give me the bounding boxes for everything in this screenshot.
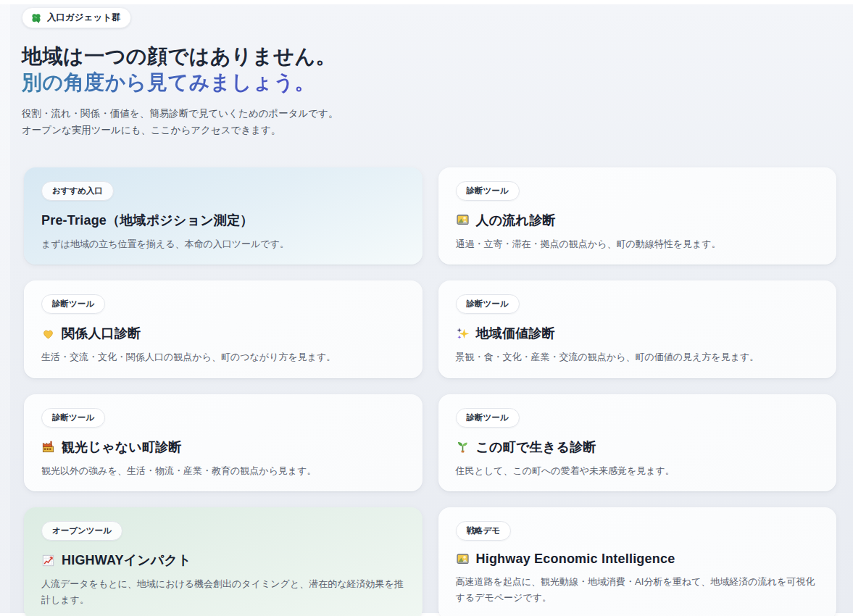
card-badge: オープンツール xyxy=(41,521,122,541)
card-title: 地域価値診断 xyxy=(476,325,555,342)
card-title: Pre-Triage（地域ポジション測定） xyxy=(41,212,253,229)
section-badge-label: 入口ガジェット群 xyxy=(47,12,120,24)
heart-icon xyxy=(41,327,55,341)
card-description: 人流データをもとに、地域における機会創出のタイミングと、潜在的な経済効果を推計し… xyxy=(41,576,405,607)
factory-icon xyxy=(41,440,55,454)
page-title-line2: 別の角度から見てみましょう。 xyxy=(22,71,315,93)
sparkles-icon xyxy=(456,327,470,341)
card-non-tourism-town[interactable]: 診断ツール 観光じゃない町診断 観光以外の強みを、生活・物流・産業・教育の観点か… xyxy=(24,394,423,491)
card-badge: 診断ツール xyxy=(41,294,105,314)
card-living-in-town[interactable]: 診断ツール この町で生きる診断 住民として、この町への愛着や未来感覚を見ます。 xyxy=(438,394,837,491)
section-badge: 入口ガジェット群 xyxy=(22,7,131,28)
page-subtitle-line2: オープンな実用ツールにも、ここからアクセスできます。 xyxy=(22,125,280,136)
card-badge: 戦略デモ xyxy=(456,521,512,541)
card-title: Highway Economic Intelligence xyxy=(476,552,675,567)
sunrise-icon xyxy=(456,213,470,227)
card-description: 住民として、この町への愛着や未来感覚を見ます。 xyxy=(456,463,820,478)
card-related-population[interactable]: 診断ツール 関係人口診断 生活・交流・文化・関係人口の観点から、町のつながり方を… xyxy=(24,280,423,378)
chart-increasing-icon xyxy=(41,554,55,567)
page-subtitle: 役割・流れ・関係・価値を、簡易診断で見ていくためのポータルです。 オープンな実用… xyxy=(22,106,836,139)
card-title: 観光じゃない町診断 xyxy=(62,438,182,456)
card-badge: 診断ツール xyxy=(456,181,520,201)
card-title: 人の流れ診断 xyxy=(476,212,556,229)
clover-icon xyxy=(30,12,42,24)
card-description: 生活・交流・文化・関係人口の観点から、町のつながり方を見ます。 xyxy=(41,349,405,365)
card-description: 高速道路を起点に、観光動線・地域消費・AI分析を重ねて、地域経済の流れを可視化す… xyxy=(456,574,820,605)
sunrise-icon xyxy=(456,552,470,566)
card-highway-impact[interactable]: オープンツール HIGHWAYインパクト 人流データをもとに、地域における機会創… xyxy=(24,507,423,616)
card-title: 関係人口診断 xyxy=(62,325,141,342)
card-title: HIGHWAYインパクト xyxy=(62,552,191,569)
card-pre-triage[interactable]: おすすめ入口 Pre-Triage（地域ポジション測定） まずは地域の立ち位置を… xyxy=(24,167,423,265)
card-highway-economic-intelligence[interactable]: 戦略デモ Highway Economic Intelligence 高速道路を… xyxy=(438,507,837,616)
card-description: 観光以外の強みを、生活・物流・産業・教育の観点から見ます。 xyxy=(41,463,405,478)
page-title: 地域は一つの顔ではありません。 別の角度から見てみましょう。 xyxy=(22,43,836,95)
card-description: まずは地域の立ち位置を揃える、本命の入口ツールです。 xyxy=(41,236,405,251)
tool-card-grid: おすすめ入口 Pre-Triage（地域ポジション測定） まずは地域の立ち位置を… xyxy=(24,167,836,616)
card-description: 通過・立寄・滞在・拠点の観点から、町の動線特性を見ます。 xyxy=(456,236,820,251)
seedling-icon xyxy=(456,440,470,454)
card-description: 景観・食・文化・産業・交流の観点から、町の価値の見え方を見ます。 xyxy=(456,349,820,365)
card-badge: 診断ツール xyxy=(41,408,105,428)
card-badge: おすすめ入口 xyxy=(41,181,114,201)
page-subtitle-line1: 役割・流れ・関係・価値を、簡易診断で見ていくためのポータルです。 xyxy=(22,108,338,119)
card-regional-value[interactable]: 診断ツール 地域価値診断 景観・食・文化・産業・交流の観点から、町の価値の見え方… xyxy=(438,280,837,378)
card-badge: 診断ツール xyxy=(456,294,520,314)
portal-page: 入口ガジェット群 地域は一つの顔ではありません。 別の角度から見てみましょう。 … xyxy=(0,4,853,613)
page-title-line1: 地域は一つの顔ではありません。 xyxy=(22,45,336,67)
card-badge: 診断ツール xyxy=(456,408,520,428)
card-people-flow[interactable]: 診断ツール 人の流れ診断 通過・立寄・滞在・拠点の観点から、町の動線特性を見ます… xyxy=(438,167,837,265)
card-title: この町で生きる診断 xyxy=(476,438,596,456)
